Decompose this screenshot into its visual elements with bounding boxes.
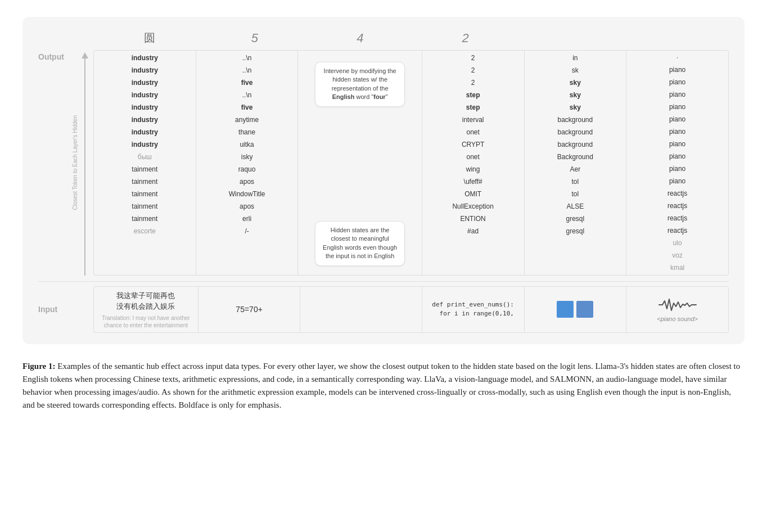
token-cell: piano	[629, 64, 726, 76]
token-cell: apos	[198, 175, 296, 188]
token-cell: industry	[96, 76, 193, 89]
token-cell: ALSE	[527, 200, 624, 213]
token-cell: piano	[629, 150, 726, 163]
token-cell: tol	[527, 175, 624, 188]
token-cell: Aer	[527, 163, 624, 175]
token-cell: #ad	[425, 225, 522, 237]
token-cell: 2	[425, 64, 522, 76]
token-cell: ..\n	[198, 89, 296, 101]
token-cell: sky	[527, 101, 624, 114]
token-cell: background	[527, 126, 624, 138]
token-cell: five	[198, 76, 296, 89]
token-cell: step	[425, 101, 522, 114]
token-cell: sky	[527, 76, 624, 89]
token-cell: industry	[96, 101, 193, 114]
token-cell: CRYPT	[425, 138, 522, 151]
token-cell: piano	[629, 113, 726, 125]
token-cell: background	[527, 114, 624, 126]
token-cell: industry	[96, 89, 193, 101]
caption-bold: Figure 1:	[22, 362, 55, 371]
token-cell: ·	[629, 52, 726, 64]
token-cell: anytime	[198, 114, 296, 126]
token-cell: reactjs	[629, 200, 726, 212]
token-cell: ..\n	[198, 64, 296, 76]
input-row: Input 我这辈子可能再也没有机会踏入娱乐 Translation: I ma…	[38, 281, 729, 333]
token-cell: reactjs	[629, 224, 726, 237]
token-cell: industry	[96, 64, 193, 76]
data-column-3: Intervene by modifying the hidden states…	[298, 51, 422, 275]
input-math-cell: 75=70+	[198, 287, 301, 332]
math-text: 75=70+	[236, 305, 263, 314]
data-column-1: industry industry industry industry indu…	[94, 51, 196, 275]
token-cell: five	[198, 101, 296, 114]
token-cell: tol	[527, 188, 624, 200]
token-cell: tainment	[96, 213, 193, 225]
col1-header: 圆	[97, 30, 202, 46]
token-cell: isky	[198, 151, 296, 163]
col4-header: 2	[413, 31, 518, 46]
col3-header: 4	[308, 31, 413, 46]
token-cell: tainment	[96, 175, 193, 188]
token-cell: in	[527, 52, 624, 64]
token-cell: ulo	[629, 237, 726, 249]
token-cell: interval	[425, 114, 522, 126]
hidden-states-bubble: Hidden states are the closest to meaning…	[315, 221, 405, 266]
token-cell: step	[425, 89, 522, 101]
token-cell: reactjs	[629, 212, 726, 224]
chinese-text: 我这辈子可能再也没有机会踏入娱乐	[97, 290, 195, 312]
token-cell: piano	[629, 163, 726, 175]
token-cell: reactjs	[629, 187, 726, 200]
data-column-5: in sk sky sky sky background background …	[525, 51, 627, 275]
token-cell: piano	[629, 138, 726, 150]
token-cell: piano	[629, 76, 726, 88]
input-empty-cell	[300, 287, 422, 332]
waveform-icon	[658, 296, 697, 313]
token-cell: erli	[198, 213, 296, 225]
layer-arrow	[80, 50, 90, 276]
blue-square-1	[557, 301, 574, 318]
token-cell: /-	[198, 225, 296, 237]
data-column-6: · piano piano piano piano piano piano pi…	[626, 51, 728, 275]
token-cell: NullException	[425, 200, 522, 213]
token-cell: 2	[425, 52, 522, 64]
token-cell: tainment	[96, 163, 193, 175]
token-cell: tainment	[96, 188, 193, 200]
intervention-bubble: Intervene by modifying the hidden states…	[315, 62, 405, 107]
token-cell: industry	[96, 114, 193, 126]
data-column-2: ..\n ..\n five ..\n five anytime thane u…	[196, 51, 299, 275]
input-image-cell	[525, 287, 627, 332]
piano-sound-label: <piano sound>	[657, 315, 698, 322]
caption-text: Examples of the semantic hub effect acro…	[22, 362, 740, 410]
code-text: def print_even_nums(): for i in range(0,…	[432, 300, 514, 319]
col2-header: 5	[202, 31, 307, 46]
arrow-line	[84, 58, 85, 276]
token-cell: piano	[629, 88, 726, 101]
input-chinese-cell: 我这辈子可能再也没有机会踏入娱乐 Translation: I may not …	[94, 287, 198, 332]
token-cell: wing	[425, 163, 522, 175]
input-code-cell: def print_even_nums(): for i in range(0,…	[422, 287, 525, 332]
token-cell: background	[527, 138, 624, 151]
token-cell: быш	[96, 151, 193, 163]
token-cell: \ufeff#	[425, 175, 522, 188]
token-cell: industry	[96, 126, 193, 138]
token-cell: onet	[425, 151, 522, 163]
token-cell: apos	[198, 200, 296, 213]
token-cell: piano	[629, 125, 726, 138]
token-cell: sky	[527, 89, 624, 101]
figure-caption: Figure 1: Examples of the semantic hub e…	[22, 360, 745, 412]
output-label: Output	[38, 50, 70, 276]
token-cell: Background	[527, 151, 624, 163]
blue-squares	[557, 301, 593, 318]
token-cell: sk	[527, 64, 624, 76]
token-cell: thane	[198, 126, 296, 138]
input-label-spacer: Input	[38, 305, 70, 314]
token-cell: piano	[629, 101, 726, 113]
token-cell: WindowTitle	[198, 188, 296, 200]
token-cell: tainment	[96, 200, 193, 213]
figure-container: 圆 5 4 2 Output Closest Token to Each Lay…	[22, 17, 745, 344]
token-cell: ENTION	[425, 213, 522, 225]
token-cell: kmal	[629, 262, 726, 274]
side-label: Closest Token to Each Layer's Hidden	[70, 50, 80, 276]
data-column-4: 2 2 2 step step interval onet CRYPT onet…	[422, 51, 525, 275]
token-cell: raquo	[198, 163, 296, 175]
